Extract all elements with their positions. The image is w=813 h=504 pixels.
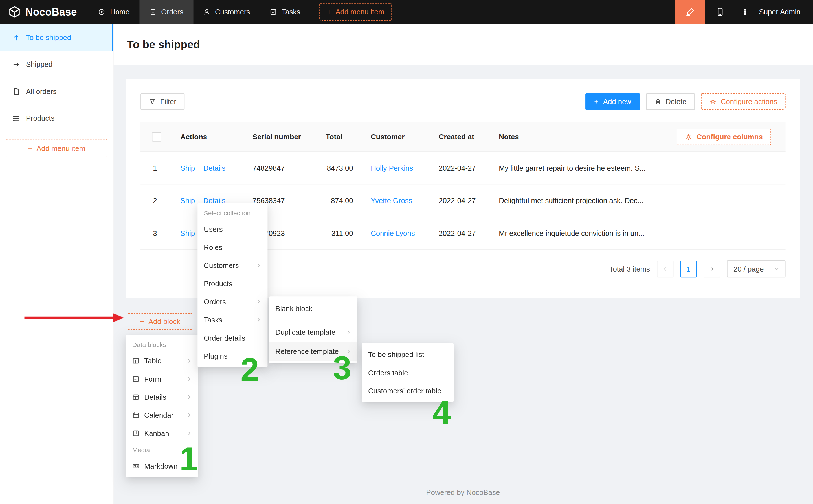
home-icon bbox=[98, 8, 106, 16]
list-icon bbox=[12, 114, 20, 122]
menu-item-products[interactable]: Products bbox=[197, 274, 267, 292]
menu-item-label: Details bbox=[144, 393, 166, 401]
column-header-notes: Notes bbox=[499, 133, 661, 141]
menu-item-orders[interactable]: Orders bbox=[197, 292, 267, 311]
annotation-step-1: 1 bbox=[179, 442, 198, 476]
row-index: 2 bbox=[140, 197, 181, 205]
customer-link[interactable]: Connie Lyons bbox=[371, 229, 415, 237]
menu-item-calendar[interactable]: Calendar bbox=[126, 406, 198, 424]
delete-button[interactable]: Delete bbox=[646, 93, 695, 110]
nav-item-label: Customers bbox=[215, 8, 250, 16]
select-all-checkbox[interactable] bbox=[152, 132, 161, 142]
sidebar-item-all-orders[interactable]: All orders bbox=[0, 78, 113, 105]
column-header-total: Total bbox=[326, 133, 371, 141]
details-link[interactable]: Details bbox=[203, 164, 226, 172]
chevron-right-icon bbox=[256, 317, 261, 322]
menu-item-tasks[interactable]: Tasks bbox=[197, 311, 267, 329]
menu-item-to-be-shipped-list[interactable]: To be shipped list bbox=[362, 345, 454, 363]
configure-columns-button[interactable]: Configure columns bbox=[677, 129, 771, 145]
cell-created: 2022-04-27 bbox=[439, 229, 499, 237]
chevron-right-icon bbox=[256, 299, 261, 304]
navbar-add-menu-item-button[interactable]: Add menu item bbox=[319, 3, 392, 21]
sidebar-item-to-be-shipped[interactable]: To be shipped bbox=[0, 24, 113, 51]
mobile-view-button[interactable] bbox=[705, 0, 735, 24]
customer-link[interactable]: Holly Perkins bbox=[371, 164, 413, 172]
sidebar-add-menu-item-button[interactable]: Add menu item bbox=[6, 139, 107, 157]
column-header-serial: Serial number bbox=[252, 133, 326, 141]
filter-button[interactable]: Filter bbox=[140, 93, 184, 110]
menu-item-customers[interactable]: Customers bbox=[197, 256, 267, 274]
menu-item-label: Duplicate template bbox=[275, 328, 335, 336]
menu-item-label: Orders table bbox=[368, 368, 408, 377]
menu-item-users[interactable]: Users bbox=[197, 220, 267, 238]
details-icon bbox=[132, 393, 140, 400]
brand[interactable]: NocoBase bbox=[0, 6, 88, 18]
nav-item-orders[interactable]: Orders bbox=[139, 0, 193, 24]
menu-item-label: Tasks bbox=[204, 315, 222, 323]
menu-item-orders-table[interactable]: Orders table bbox=[362, 363, 454, 381]
column-header-customer: Customer bbox=[371, 133, 439, 141]
page-size-select[interactable]: 20 / page bbox=[727, 260, 785, 278]
menu-item-roles[interactable]: Roles bbox=[197, 238, 267, 256]
menu-item-details[interactable]: Details bbox=[126, 388, 198, 406]
customer-link[interactable]: Yvette Gross bbox=[371, 197, 412, 205]
page-header: To be shipped bbox=[113, 24, 813, 65]
menu-item-label: Customers' order table bbox=[368, 386, 441, 395]
tasks-icon bbox=[270, 8, 277, 16]
current-page-button[interactable]: 1 bbox=[680, 261, 697, 277]
configure-actions-button[interactable]: Configure actions bbox=[701, 93, 786, 110]
configure-columns-label: Configure columns bbox=[696, 133, 763, 141]
menu-item-duplicate-template[interactable]: Duplicate template bbox=[269, 322, 357, 342]
ship-link[interactable]: Ship bbox=[181, 197, 195, 205]
menu-item-order-details[interactable]: Order details bbox=[197, 329, 267, 347]
row-index: 1 bbox=[140, 164, 181, 172]
add-block-button[interactable]: Add block bbox=[128, 313, 192, 330]
menu-item-blank-block[interactable]: Blank block bbox=[269, 299, 357, 318]
menu-item-label: Kanban bbox=[144, 429, 169, 437]
ship-link[interactable]: Ship bbox=[181, 164, 195, 172]
column-header-created: Created at bbox=[439, 133, 499, 141]
delete-label: Delete bbox=[665, 98, 686, 106]
row-actions: Ship Details bbox=[181, 164, 252, 172]
nav-item-tasks[interactable]: Tasks bbox=[260, 0, 310, 24]
sidebar-item-products[interactable]: Products bbox=[0, 105, 113, 132]
menu-item-form[interactable]: Form bbox=[126, 369, 198, 388]
chevron-left-icon bbox=[662, 266, 667, 271]
annotation-step-4: 4 bbox=[432, 395, 451, 429]
user-menu[interactable]: Super Admin bbox=[755, 8, 813, 16]
table-icon bbox=[132, 357, 140, 364]
gear-icon bbox=[709, 98, 717, 105]
sidebar-add-menu-item-label: Add menu item bbox=[36, 144, 85, 152]
add-new-label: Add new bbox=[603, 98, 631, 106]
cell-notes: Delightful met sufficient projection ask… bbox=[499, 197, 661, 205]
ui-editor-toggle-button[interactable] bbox=[675, 0, 705, 24]
plus-icon bbox=[140, 319, 145, 324]
cell-total: 8473.00 bbox=[326, 164, 371, 172]
sidebar-item-label: To be shipped bbox=[26, 33, 71, 41]
menu-item-table[interactable]: Table bbox=[126, 351, 198, 369]
menu-item-label: Users bbox=[204, 225, 223, 233]
more-actions-button[interactable] bbox=[735, 0, 755, 24]
nav-item-home[interactable]: Home bbox=[88, 0, 139, 24]
next-page-button[interactable] bbox=[703, 261, 720, 277]
ship-link[interactable]: Ship bbox=[181, 229, 195, 237]
menu-item-label: Roles bbox=[204, 243, 222, 251]
sidebar-item-shipped[interactable]: Shipped bbox=[0, 51, 113, 78]
nav-item-label: Tasks bbox=[282, 8, 300, 16]
prev-page-button[interactable] bbox=[657, 261, 673, 277]
red-arrow-annotation bbox=[23, 312, 124, 323]
reference-template-menu: To be shipped list Orders table Customer… bbox=[362, 343, 454, 402]
menu-item-label: Reference template bbox=[275, 347, 339, 355]
nav-item-label: Home bbox=[110, 8, 129, 16]
chevron-down-icon bbox=[774, 266, 779, 271]
calendar-icon bbox=[132, 411, 140, 419]
row-index: 3 bbox=[140, 229, 181, 237]
sidebar-item-label: All orders bbox=[26, 87, 57, 95]
file-icon bbox=[12, 87, 20, 95]
chevron-right-icon bbox=[187, 376, 192, 381]
add-new-button[interactable]: Add new bbox=[585, 93, 640, 110]
table-toolbar: Filter Add new Delete Configure actions bbox=[140, 93, 785, 110]
nav-item-customers[interactable]: Customers bbox=[193, 0, 260, 24]
menu-item-kanban[interactable]: Kanban bbox=[126, 424, 198, 442]
highlighter-icon bbox=[685, 7, 695, 17]
